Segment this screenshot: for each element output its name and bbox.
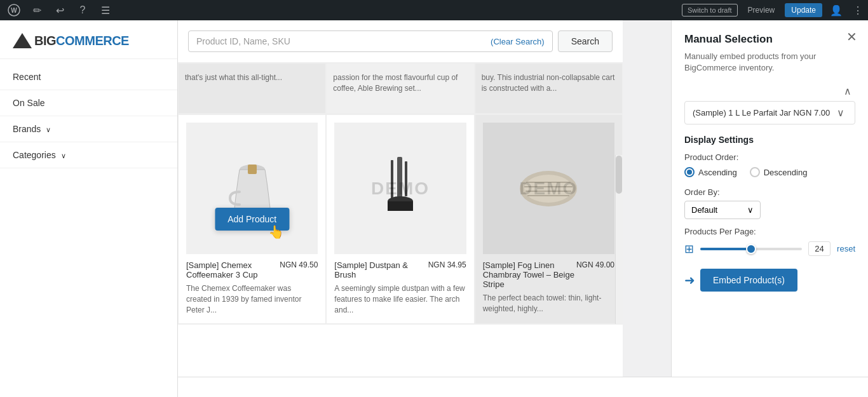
display-settings: Display Settings Product Order: Ascendin… <box>684 135 855 256</box>
scroll-track <box>615 155 623 324</box>
embed-section: ➜ Embed Product(s) <box>684 269 855 292</box>
sidebar-item-recent[interactable]: Recent <box>0 64 177 90</box>
radio-ascending-circle <box>684 167 695 177</box>
edit-icon[interactable]: ✏ <box>28 1 46 19</box>
bc-logo: BIGCOMMERCE <box>0 20 177 59</box>
radio-descending-circle <box>750 167 760 177</box>
per-page-row: ⊞ 24 reset <box>684 241 855 256</box>
product-card-dustpan[interactable]: DEMO [Sample] Dustpan & Brush NGN 34.95 … <box>326 114 474 324</box>
radio-ascending[interactable]: Ascending <box>684 167 737 177</box>
slider-fill <box>700 248 751 250</box>
order-by-select[interactable]: Default ∨ <box>684 201 761 219</box>
selected-item-text: (Sample) 1 L Le Parfait Jar NGN 7.00 <box>693 108 830 118</box>
sidebar-item-categories[interactable]: Categories ∨ <box>0 142 177 168</box>
product-order-label: Product Order: <box>684 152 855 162</box>
update-button[interactable]: Update <box>785 3 822 17</box>
product-row-truncated: that's just what this all-tight... passi… <box>178 63 623 114</box>
bc-logo-text: BIGCOMMERCE <box>34 34 129 48</box>
search-bar: Product ID, Name, SKU (Clear Search) Sea… <box>178 20 623 63</box>
svg-rect-8 <box>405 161 407 196</box>
reset-link[interactable]: reset <box>837 244 855 253</box>
display-settings-title: Display Settings <box>684 135 855 145</box>
admin-bar-right: Switch to draft Preview Update 👤 ⋮ <box>682 1 863 19</box>
svg-rect-5 <box>248 165 257 174</box>
per-page-slider[interactable] <box>700 243 802 255</box>
svg-rect-6 <box>397 157 402 201</box>
grid-view-icon: ⊞ <box>684 242 694 256</box>
close-button[interactable]: ✕ <box>843 28 860 46</box>
radio-descending-label: Descending <box>764 168 808 177</box>
radio-ascending-dot <box>687 170 692 175</box>
search-input-wrap: Product ID, Name, SKU (Clear Search) <box>188 30 553 52</box>
bc-logo-triangle-icon <box>13 33 32 48</box>
product-card-truncated-3[interactable]: buy. This industrial non-collapsable car… <box>475 63 623 114</box>
product-card-chemex[interactable]: Add Product 👆 [Sample] Chemex Coffeemake… <box>178 114 326 324</box>
svg-text:W: W <box>11 7 17 14</box>
sidebar-item-brands[interactable]: Brands ∨ <box>0 116 177 142</box>
chemex-product-header: [Sample] Chemex Coffeemaker 3 Cup NGN 49… <box>186 260 318 281</box>
product-img-towel: DEMO <box>483 123 614 254</box>
panel-scroll-controls: ∧ <box>684 84 855 98</box>
product-card-towel[interactable]: DEMO [Sample] Fog Linen Chambray Towel –… <box>475 114 623 324</box>
preview-button[interactable]: Preview <box>743 4 780 17</box>
radio-ascending-label: Ascending <box>698 168 737 177</box>
add-product-overlay: Add Product 👆 <box>215 208 289 231</box>
order-by-value: Default <box>691 205 717 215</box>
sidebar-nav: Recent On Sale Brands ∨ Categories ∨ <box>0 59 177 173</box>
product-panel: Product ID, Name, SKU (Clear Search) Sea… <box>178 20 623 397</box>
product-img-chemex <box>186 123 318 254</box>
per-page-label: Products Per Page: <box>684 227 855 236</box>
categories-arrow-icon: ∨ <box>61 152 66 159</box>
dustpan-product-header: [Sample] Dustpan & Brush NGN 34.95 <box>334 260 466 281</box>
search-placeholder: Product ID, Name, SKU <box>196 36 290 46</box>
svg-rect-10 <box>388 201 413 211</box>
main-content: Product ID, Name, SKU (Clear Search) Sea… <box>178 20 868 397</box>
product-row-main: Add Product 👆 [Sample] Chemex Coffeemake… <box>178 114 623 325</box>
order-by-label: Order By: <box>684 187 855 197</box>
left-sidebar: BIGCOMMERCE Recent On Sale Brands ∨ Cate… <box>0 20 178 397</box>
help-icon[interactable]: ? <box>74 1 92 19</box>
user-avatar-icon[interactable]: 👤 <box>827 1 845 19</box>
product-order-radio-group: Ascending Descending <box>684 167 855 177</box>
svg-rect-7 <box>391 160 393 198</box>
embed-products-button[interactable]: Embed Product(s) <box>700 269 797 292</box>
search-button[interactable]: Search <box>558 30 613 52</box>
right-panel: ✕ Manual Selection Manually embed produc… <box>671 20 868 397</box>
per-page-value: 24 <box>808 241 831 256</box>
panel-scroll-up-icon[interactable]: ∧ <box>840 84 855 98</box>
wp-logo-icon[interactable]: W <box>5 1 23 19</box>
radio-descending[interactable]: Descending <box>750 167 808 177</box>
blocks-icon[interactable]: ☰ <box>97 1 114 19</box>
slider-thumb[interactable] <box>746 244 756 254</box>
scroll-thumb[interactable] <box>616 156 622 194</box>
sidebar-item-on-sale[interactable]: On Sale <box>0 90 177 116</box>
product-card-truncated-1[interactable]: that's just what this all-tight... <box>178 63 326 114</box>
slider-track <box>700 248 802 250</box>
panel-desc: Manually embed products from your BigCom… <box>684 51 855 74</box>
panel-scroll-down-icon[interactable]: ∨ <box>834 107 847 119</box>
brands-arrow-icon: ∨ <box>46 126 51 133</box>
svg-point-12 <box>524 175 573 203</box>
product-img-dustpan: DEMO <box>334 123 466 254</box>
panel-title: Manual Selection <box>684 33 836 46</box>
svg-marker-2 <box>13 33 32 48</box>
admin-bar: W ✏ ↩ ? ☰ Switch to draft Preview Update… <box>0 0 868 20</box>
undo-icon[interactable]: ↩ <box>51 1 69 19</box>
order-by-chevron-icon: ∨ <box>747 205 754 215</box>
product-card-truncated-2[interactable]: passion for the most flavourful cup of c… <box>326 63 474 114</box>
towel-product-header: [Sample] Fog Linen Chambray Towel – Beig… <box>483 260 614 290</box>
clear-search-button[interactable]: (Clear Search) <box>491 37 545 46</box>
selected-item-preview[interactable]: (Sample) 1 L Le Parfait Jar NGN 7.00 ∨ <box>684 101 855 124</box>
switch-draft-button[interactable]: Switch to draft <box>682 4 738 17</box>
embed-arrow-icon: ➜ <box>684 273 695 288</box>
more-options-icon[interactable]: ⋮ <box>853 4 863 17</box>
